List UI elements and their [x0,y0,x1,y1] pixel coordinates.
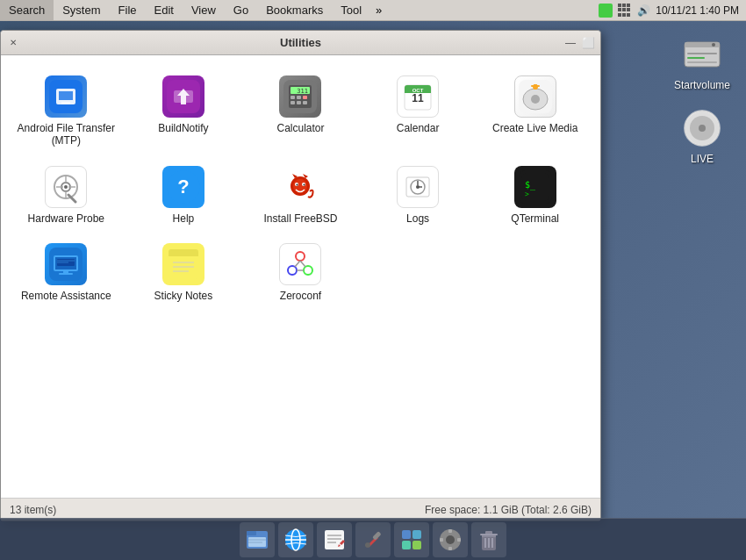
calendar-label: Calendar [397,122,440,134]
calculator-label: Calculator [276,122,324,134]
calculator-icon: 311 [279,75,321,118]
svg-rect-13 [61,102,70,104]
app-remote-assistance[interactable]: Remote Assistance [10,236,123,309]
menubar-right: 🔊 10/11/21 1:40 PM [599,4,746,18]
menu-file[interactable]: File [110,0,146,20]
taskbar-editor-icon[interactable] [317,522,352,557]
volume-icon: 🔊 [637,4,650,17]
app-install-freebsd[interactable]: Install FreeBSD [244,159,357,232]
window-titlebar: ✕ Utilities — ⬜ [1,31,600,55]
menubar: Search System File Edit View Go Bookmark… [0,0,746,21]
app-create-live-media[interactable]: Create Live Media [478,68,592,154]
live-label: LIVE [691,153,714,165]
svg-rect-104 [412,530,421,539]
svg-rect-103 [402,530,411,539]
install-freebsd-label: Install FreeBSD [263,212,337,225]
svg-text:>: > [525,190,529,198]
window-content: Android File Transfer(MTP) BuildNotify [1,55,600,521]
window-close-button[interactable]: ✕ [6,36,20,50]
app-calendar[interactable]: OCT 11 Calendar [362,68,475,154]
svg-point-54 [297,183,298,185]
svg-point-34 [531,95,540,104]
app-zeroconf[interactable]: Zeroconf [244,236,357,309]
svg-rect-97 [325,530,344,549]
menu-bookmarks[interactable]: Bookmarks [257,0,332,20]
datetime: 10/11/21 1:40 PM [656,4,739,17]
svg-text:11: 11 [412,92,424,104]
app-buildnotify[interactable]: BuildNotify [127,68,240,154]
svg-rect-111 [440,538,443,542]
svg-text:$_: $_ [525,180,536,190]
taskbar-trash-icon[interactable] [471,522,506,557]
window-maximize-button[interactable]: ⬜ [581,36,595,50]
hardware-probe-label: Hardware Probe [28,212,104,225]
app-calculator[interactable]: 311 Calculator [244,68,357,154]
menu-tool[interactable]: Tool [332,0,370,20]
svg-rect-12 [59,91,73,100]
svg-rect-5 [687,61,717,63]
taskbar-web-icon[interactable] [278,522,313,557]
taskbar-grid-icon[interactable] [394,522,429,557]
right-sidebar: Startvolume LIVE [658,21,746,518]
svg-point-55 [304,183,305,185]
svg-rect-22 [303,96,307,99]
svg-text:?: ? [177,176,189,197]
menu-edit[interactable]: Edit [146,0,183,20]
icons-grid: Android File Transfer(MTP) BuildNotify [1,55,600,498]
file-manager-window: ✕ Utilities — ⬜ [0,30,601,521]
app-hardware-probe[interactable]: Hardware Probe [10,159,123,232]
taskbar-settings-icon[interactable] [433,522,468,557]
buildnotify-label: BuildNotify [158,122,208,134]
svg-rect-75 [59,273,73,275]
create-live-media-label: Create Live Media [492,122,577,134]
svg-point-45 [64,185,68,189]
svg-rect-110 [448,547,452,550]
taskbar-tools-icon[interactable] [355,522,391,557]
svg-point-108 [446,535,455,544]
menu-more[interactable]: » [370,4,387,17]
svg-rect-105 [402,541,411,549]
app-sticky-notes[interactable]: Sticky Notes [127,236,240,309]
svg-rect-90 [247,531,256,535]
desktop-icon-live[interactable]: LIVE [667,104,737,169]
menu-search[interactable]: Search [0,0,54,20]
svg-rect-106 [412,541,421,549]
taskbar [0,518,746,560]
svg-point-102 [365,542,370,548]
zeroconf-label: Zeroconf [280,290,321,302]
taskbar-files-icon[interactable] [240,522,275,557]
app-android-file-transfer[interactable]: Android File Transfer(MTP) [10,68,123,154]
logs-icon [397,166,439,208]
app-logs[interactable]: Logs [362,159,475,232]
menu-go[interactable]: Go [225,0,257,20]
window-minimize-button[interactable]: — [563,36,577,50]
svg-point-51 [293,179,307,193]
menu-system[interactable]: System [54,0,109,20]
status-indicator-icon [599,4,613,18]
remote-assistance-icon [45,243,87,285]
svg-rect-74 [63,271,68,273]
help-label: Help [173,212,195,225]
window-title: Utilities [280,36,321,49]
desktop: Startvolume LIVE ✕ Utilities — [0,21,746,518]
svg-rect-24 [297,101,301,104]
svg-point-2 [712,43,715,47]
desktop-icon-startvolume[interactable]: Startvolume [667,30,737,95]
sticky-notes-icon [162,243,204,285]
free-space: Free space: 1.1 GiB (Total: 2.6 GiB) [425,504,592,516]
svg-rect-119 [480,534,498,535]
install-freebsd-icon [279,166,321,208]
android-file-transfer-label: Android File Transfer(MTP) [18,122,115,147]
svg-rect-23 [291,101,295,104]
live-icon [681,107,723,149]
startvolume-icon [681,33,723,75]
menu-view[interactable]: View [183,0,225,20]
item-count: 13 item(s) [10,504,56,516]
svg-point-37 [533,84,538,90]
svg-rect-20 [291,96,295,99]
app-qterminal[interactable]: $_ > QTerminal [478,159,592,232]
app-help[interactable]: ? Help [127,159,240,232]
svg-rect-3 [687,53,717,54]
svg-rect-112 [457,538,461,542]
create-live-media-icon [514,75,556,118]
